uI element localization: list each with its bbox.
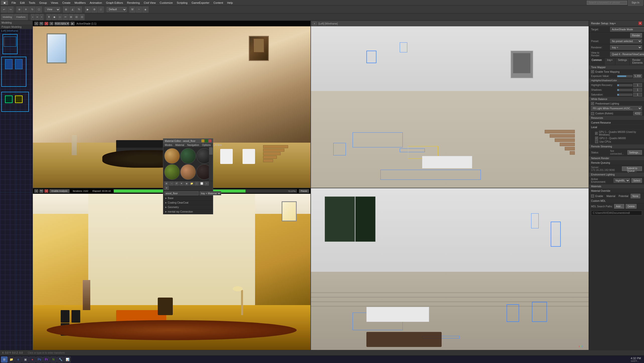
mat-minimize-btn[interactable] [201, 139, 204, 142]
saturation-slider[interactable] [617, 94, 632, 96]
left-viewport-blueprint[interactable]: [Left] [Wireframe] [0, 29, 32, 355]
gpu2-checkbox[interactable] [595, 137, 598, 140]
saturation-value[interactable]: 1 [633, 93, 642, 97]
vp-close-btn[interactable]: ✕ [44, 22, 48, 25]
vp-render-start-btn[interactable]: ▶ [70, 22, 74, 25]
exposure-slider[interactable] [617, 75, 632, 77]
mat-ball-moss[interactable] [164, 164, 180, 180]
menu-views[interactable]: Views [49, 1, 60, 5]
taskbar-misc-btn-1[interactable]: 🔧 [57, 356, 64, 362]
taskbar-pr-btn[interactable]: Pr [43, 356, 50, 362]
enable-tone-mapping-checkbox[interactable] [591, 70, 594, 73]
taskbar-ps-btn[interactable]: Ps [36, 356, 43, 362]
menu-civil-view[interactable]: Civil View [142, 1, 157, 5]
mat-options-menu[interactable]: Options [201, 143, 212, 147]
weld-btn[interactable]: ⊡ [79, 14, 85, 20]
render-setup-close-btn[interactable]: ✕ [638, 22, 642, 25]
tab-settings[interactable]: Settings [615, 58, 630, 65]
clone-enable-analysis-btn[interactable]: Enable Analysis [49, 189, 69, 193]
taskbar-3dsmax-btn[interactable]: ▣ [22, 356, 29, 362]
white-balance-section[interactable]: White Balance [589, 97, 644, 102]
renderer-select[interactable]: Iray + [610, 45, 642, 50]
active-env-select[interactable]: NightIBL [614, 178, 630, 183]
edge-sub-btn[interactable]: ━ [35, 14, 39, 20]
clone-pause-btn[interactable]: Pause [299, 189, 309, 193]
settings-btn[interactable]: Settings... [627, 150, 642, 155]
mat-pick-btn[interactable]: ✦ [179, 182, 184, 186]
mat-select-by-mat-btn[interactable]: ◈ [184, 182, 189, 186]
target-select[interactable]: ActiveShade Mode Production Rendering Mo… [610, 27, 644, 32]
menu-game-exporter[interactable]: GameExporter [190, 1, 212, 5]
materials-section-header[interactable]: Materials [589, 184, 644, 189]
freeform-btn[interactable]: Freeform [14, 14, 28, 20]
reference-coord-dropdown[interactable]: View World Screen [45, 7, 60, 12]
select-btn[interactable]: ⊕ [16, 7, 22, 13]
resources-section[interactable]: Resources [589, 116, 644, 120]
polygon-sub-btn[interactable]: ▪ [31, 14, 35, 20]
cpus-checkbox[interactable] [595, 140, 598, 143]
mat-ball-dark-green[interactable] [180, 148, 196, 164]
enable-override-checkbox[interactable] [591, 195, 594, 198]
snap-toggle-btn[interactable]: ⊞ [63, 7, 69, 13]
sign-in-btn[interactable]: Sign In [628, 0, 643, 6]
predominant-checkbox[interactable] [591, 102, 594, 105]
mat-navigation-menu[interactable]: Navigation [186, 143, 201, 147]
bevel-btn[interactable]: ◆ [52, 14, 57, 20]
preset-select[interactable]: No preset selected [610, 39, 642, 43]
menu-tools[interactable]: Tools [27, 1, 37, 5]
submit-queue-btn[interactable]: Submit to Queue... [622, 166, 642, 171]
bridge-btn[interactable]: ⊟ [74, 14, 79, 20]
app-logo[interactable]: ▣ [1, 1, 8, 5]
extrude-btn[interactable]: ⬆ [46, 14, 51, 20]
mat-tree-mental-ray[interactable]: ▶ mental ray Connection [163, 210, 213, 214]
menu-animation[interactable]: Animation [88, 1, 104, 5]
mat-put-to-lib-btn[interactable]: 📁 [189, 182, 194, 186]
mat-material-menu[interactable]: Material [174, 143, 186, 147]
env-lighting-section[interactable]: Environment Lighting [589, 172, 644, 177]
shadows-value[interactable]: 1 [633, 88, 642, 92]
menu-help[interactable]: Help [225, 1, 235, 5]
render-setup-btn[interactable]: ⚙ [91, 7, 97, 13]
menu-group[interactable]: Group [37, 1, 49, 5]
mat-reset-btn[interactable]: ↺ [174, 182, 179, 186]
modeling-tab-btn[interactable]: Modeling [1, 14, 14, 20]
custom-kelvin-value[interactable]: 4152 [633, 112, 642, 115]
menu-edit[interactable]: Edit [18, 1, 27, 5]
vp-cam-btn[interactable]: 📷 [39, 22, 43, 25]
mat-tree-coating[interactable]: ▶ Coating ClearCoat [163, 201, 213, 205]
search-input[interactable] [587, 1, 627, 5]
viewport-wireframe[interactable]: ≡ [Left] [Wireframe] [311, 21, 589, 188]
view-to-render-select[interactable]: Quad 4 - Reverse/ViewCamera [610, 52, 644, 56]
mat-sample-type-btn[interactable]: ○ [204, 182, 209, 186]
angle-snap-btn[interactable]: ∡ [69, 7, 75, 13]
move-btn[interactable]: ✛ [23, 7, 29, 13]
tab-render-elements[interactable]: Render Elements [630, 58, 644, 65]
remote-streaming-section[interactable]: Remote Streaming [589, 144, 644, 149]
scale-snap-btn[interactable]: % [76, 7, 82, 13]
mat-type-select[interactable]: Iray + Material [200, 191, 221, 195]
mat-backlight-btn[interactable]: ☀ [164, 186, 169, 190]
exposure-value[interactable]: 5.359 [633, 74, 642, 78]
menu-scripting[interactable]: Scripting [175, 1, 190, 5]
tab-iray[interactable]: Iray+ [605, 58, 616, 65]
predominant-select[interactable]: F8 Light White Fluorescent (415C... [591, 106, 642, 111]
undo-btn[interactable]: ↩ [1, 7, 7, 13]
scale-btn[interactable]: ⬡ [36, 7, 42, 13]
menu-rendering[interactable]: Rendering [125, 1, 142, 5]
mat-editor-header[interactable]: Material Editor - wood_floor [163, 139, 213, 143]
cut-btn[interactable]: ✂ [63, 14, 68, 20]
connect-btn[interactable]: ⊞ [68, 14, 73, 20]
redo-btn[interactable]: ↪ [8, 7, 14, 13]
mat-scroll-bar[interactable] [209, 147, 213, 181]
mat-name-input[interactable] [164, 191, 199, 195]
clone-menu-btn[interactable]: ≡ [34, 189, 38, 193]
rotate-btn[interactable]: ↻ [29, 7, 35, 13]
taskbar-chrome-btn[interactable]: ● [29, 356, 36, 362]
highlights-section[interactable]: Highlights/Shadows/Color [589, 78, 644, 83]
mat-show-3d-btn[interactable]: □ [194, 182, 199, 186]
mat-close-btn[interactable] [208, 139, 211, 142]
menu-file[interactable]: File [10, 1, 18, 5]
menu-modifiers[interactable]: Modifiers [72, 1, 88, 5]
mat-tree-base[interactable]: ▶ Base [163, 196, 213, 201]
menu-create[interactable]: Create [60, 1, 72, 5]
